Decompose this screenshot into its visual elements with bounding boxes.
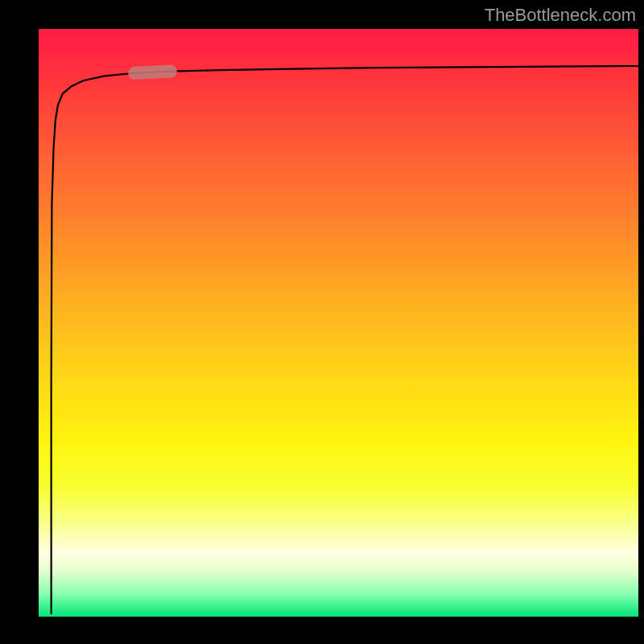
chart-marker-segment	[134, 72, 171, 73]
chart-plot-area	[39, 29, 638, 617]
chart-curve	[52, 66, 638, 613]
attribution-text: TheBottleneck.com	[485, 5, 636, 26]
chart-svg	[39, 29, 638, 617]
